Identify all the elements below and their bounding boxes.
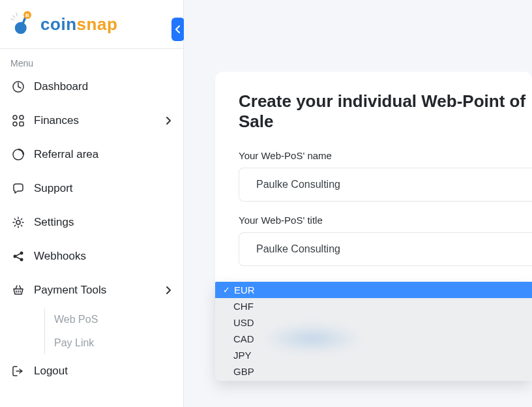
name-label: Your Web-PoS' name [239,150,532,161]
support-icon [12,182,25,195]
sidebar-item-label: Dashboard [34,80,88,93]
sidebar-item-label: Referral area [34,148,98,161]
finances-icon [12,114,25,127]
field-title: Your Web-PoS' title [239,215,532,266]
sidebar-item-support[interactable]: Support [5,172,178,205]
brand-icon: B [9,10,37,38]
sidebar-item-label: Webhooks [34,250,86,263]
svg-point-10 [20,252,23,255]
svg-text:B: B [25,12,29,18]
currency-option-usd[interactable]: USD [215,314,532,331]
brand-text: coinsnap [40,14,117,35]
field-name: Your Web-PoS' name [239,150,532,202]
svg-point-8 [16,220,20,224]
svg-point-4 [20,115,23,119]
title-label: Your Web-PoS' title [239,215,532,226]
webpos-form-card: Create your individual Web-Point of Sale… [215,72,532,316]
gear-icon [12,216,25,229]
sidebar-subitem-web-pos[interactable]: Web PoS [54,314,178,325]
svg-point-5 [13,122,17,126]
currency-option-jpy[interactable]: JPY [215,347,532,363]
title-input[interactable] [239,232,532,266]
sidebar-item-finances[interactable]: Finances [5,104,178,138]
sidebar-item-label: Settings [34,216,74,229]
svg-point-3 [13,115,17,119]
svg-rect-6 [20,122,23,126]
name-input[interactable] [239,168,532,202]
sidebar-item-label: Support [34,182,73,195]
sidebar-item-label: Finances [34,114,79,127]
basket-icon [12,284,25,297]
currency-option-cad[interactable]: CAD [215,331,532,347]
webhooks-icon [12,250,25,263]
referral-icon [12,148,25,161]
sidebar-item-logout[interactable]: Logout [5,354,178,388]
sidebar-item-payment-tools[interactable]: Payment Tools [5,273,178,307]
chevron-right-icon [165,286,171,294]
svg-point-11 [20,258,23,262]
sidebar-item-dashboard[interactable]: Dashboard [5,70,178,104]
svg-point-9 [14,255,17,258]
currency-option-eur[interactable]: EUR [215,282,532,298]
collapse-sidebar-button[interactable] [171,18,185,41]
chevron-right-icon [165,117,171,125]
sidebar-nav: Dashboard Finances Referral area Support [0,70,183,388]
logo[interactable]: B coinsnap [0,0,183,49]
sidebar-item-label: Logout [34,365,68,378]
page-title: Create your individual Web-Point of Sale [239,91,532,132]
sidebar-item-referral[interactable]: Referral area [5,138,178,172]
payment-tools-subnav: Web PoS Pay Link [44,309,178,354]
sidebar-item-webhooks[interactable]: Webhooks [5,239,178,273]
currency-option-gbp[interactable]: GBP [215,363,532,380]
sidebar: B coinsnap Menu Dashboard Finances [0,0,184,407]
currency-dropdown[interactable]: EUR CHF USD CAD JPY GBP [215,282,532,381]
sidebar-item-label: Payment Tools [34,284,106,297]
currency-option-chf[interactable]: CHF [215,298,532,314]
dashboard-icon [12,80,25,93]
logout-icon [12,365,25,378]
sidebar-subitem-pay-link[interactable]: Pay Link [54,337,178,349]
sidebar-item-settings[interactable]: Settings [5,205,178,239]
main-content: Create your individual Web-Point of Sale… [184,0,532,407]
menu-heading: Menu [0,49,183,70]
